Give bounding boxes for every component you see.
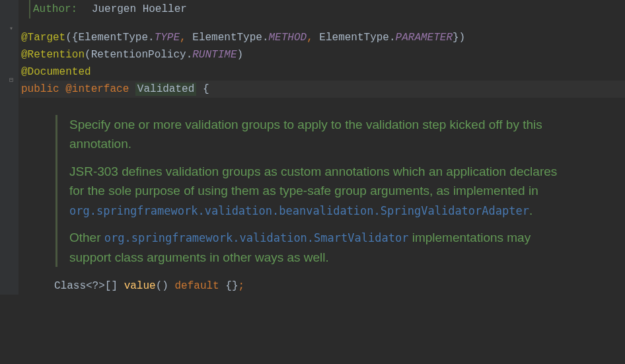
paren: (	[85, 49, 91, 61]
javadoc-bar	[29, 0, 30, 18]
keyword-default: default	[174, 280, 219, 292]
comma: ,	[307, 32, 313, 44]
javadoc-author-line: Author: Juergen Hoeller	[20, 0, 625, 18]
code-line-target[interactable]: @Target({ElementType.TYPE, ElementType.M…	[20, 29, 625, 46]
type-elementtype: ElementType	[319, 32, 389, 44]
paren: })	[453, 32, 465, 44]
const-parameter: PARAMETER	[396, 32, 453, 44]
paren: ()	[156, 280, 168, 292]
generic-wildcard: <?>[]	[86, 280, 118, 292]
keyword-interface: interface	[72, 83, 129, 95]
paren: )	[237, 49, 243, 61]
class-name-validated: Validated	[135, 83, 196, 96]
type-elementtype: ElementType	[192, 32, 262, 44]
dot: .	[389, 32, 396, 44]
code-line-value[interactable]: Class<?>[] value() default {};	[20, 277, 625, 295]
method-value: value	[124, 280, 156, 292]
dot: .	[262, 32, 269, 44]
const-method: METHOD	[269, 32, 307, 44]
paren: ({	[65, 32, 78, 44]
const-type: TYPE	[155, 32, 180, 44]
dot: .	[148, 32, 155, 44]
code-line-retention[interactable]: @Retention(RetentionPolicy.RUNTIME)	[20, 46, 625, 63]
author-name: Juergen Hoeller	[92, 3, 187, 15]
javadoc-paragraph: Other org.springframework.validation.Sma…	[69, 228, 571, 267]
javadoc-paragraph: JSR-303 defines validation groups as cus…	[69, 162, 571, 220]
javadoc-paragraph: Specify one or more validation groups to…	[69, 115, 571, 154]
type-class: Class	[54, 280, 86, 292]
annotation-retention: @Retention	[21, 49, 85, 61]
javadoc-text: Other	[69, 231, 104, 244]
code-line-class-decl[interactable]: public @interface Validated {	[20, 81, 625, 98]
type-elementtype: ElementType	[78, 32, 148, 44]
javadoc-code-ref: org.springframework.validation.SmartVali…	[104, 231, 409, 244]
gutter: ▾ ⊟	[0, 0, 18, 295]
code-editor[interactable]: ▾ ⊟ Author: Juergen Hoeller @Target({Ele…	[0, 0, 625, 295]
collapse-icon[interactable]: ⊟	[9, 75, 17, 83]
type-retentionpolicy: RetentionPolicy	[91, 49, 186, 61]
const-runtime: RUNTIME	[192, 49, 237, 61]
annotation-documented: @Documented	[21, 66, 91, 78]
author-label: Author:	[33, 3, 77, 15]
comma: ,	[180, 32, 186, 44]
javadoc-text: JSR-303 defines validation groups as cus…	[69, 164, 557, 198]
dot: .	[186, 49, 193, 61]
open-brace: {	[203, 83, 209, 95]
javadoc-text: .	[529, 203, 533, 217]
blank-line	[20, 18, 625, 29]
keyword-public: public	[21, 83, 59, 95]
annotation-target: @Target	[21, 32, 65, 44]
keyword-at: @	[65, 83, 72, 95]
default-value: {}	[225, 280, 238, 292]
code-line-documented[interactable]: @Documented	[20, 63, 625, 81]
javadoc-block: Specify one or more validation groups to…	[55, 115, 571, 267]
javadoc-code-ref: org.springframework.validation.beanvalid…	[69, 204, 529, 217]
collapse-icon[interactable]: ▾	[9, 24, 17, 32]
semicolon: ;	[239, 280, 245, 292]
